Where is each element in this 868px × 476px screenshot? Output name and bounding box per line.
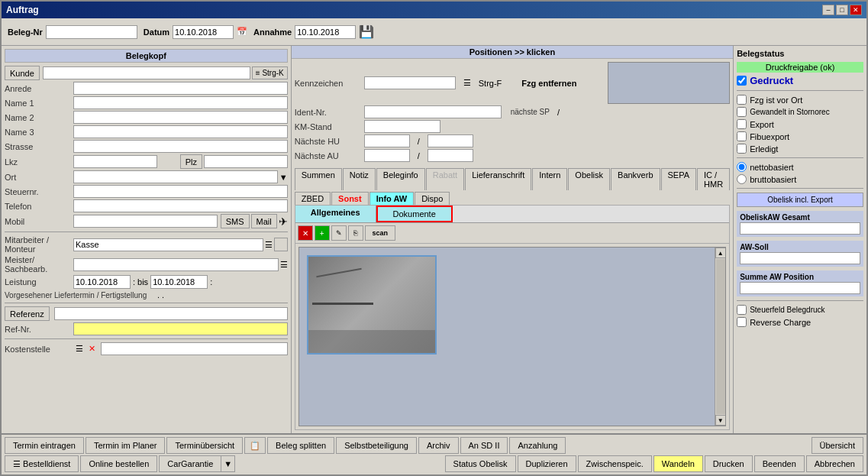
tab-obelisk[interactable]: Obelisk	[568, 168, 610, 190]
archiv-button[interactable]: Archiv	[418, 437, 459, 454]
beleg-nr-input[interactable]	[46, 25, 137, 39]
sub-tab-info-aw[interactable]: Info AW	[369, 192, 415, 205]
tab-intern[interactable]: Intern	[532, 168, 567, 190]
kostenstelle-delete-icon[interactable]: ✕	[89, 344, 95, 354]
ident-input[interactable]	[364, 105, 502, 118]
referenz-input[interactable]	[54, 307, 288, 320]
mobil-input[interactable]	[73, 215, 218, 228]
clipboard-button[interactable]: 📋	[244, 437, 266, 454]
ort-icon[interactable]: ▼	[279, 173, 288, 182]
duplizieren-button[interactable]: Duplizieren	[518, 455, 576, 472]
fzg-entfernen-btn[interactable]: Fzg entfernen	[521, 79, 576, 88]
scrollbar[interactable]: ▲ ▼	[715, 248, 725, 426]
save-icon[interactable]: 💾	[359, 24, 374, 39]
name1-input[interactable]	[73, 96, 288, 109]
name2-input[interactable]	[73, 111, 288, 124]
steuernr-input[interactable]	[73, 185, 288, 198]
kostenstelle-input[interactable]	[101, 342, 288, 355]
mitarbeiter-list-icon[interactable]: ☰	[265, 240, 273, 250]
au-input[interactable]	[364, 149, 410, 162]
ref-nr-input[interactable]	[73, 322, 288, 335]
tab-rabatt[interactable]: Rabatt	[426, 168, 464, 190]
mail-button[interactable]: Mail	[251, 214, 277, 228]
copy-icon[interactable]: ⎘	[348, 225, 363, 241]
leistung-from-input[interactable]	[73, 275, 131, 289]
tab-lieferanschrift[interactable]: Lieferanschrift	[465, 168, 531, 190]
tab-beleginfo[interactable]: Beleginfo	[376, 168, 425, 190]
uebersicht-button[interactable]: Übersicht	[812, 437, 863, 454]
strg-k-button[interactable]: ≡ Strg-K	[252, 66, 288, 79]
terminuebersicht-button[interactable]: Terminübersicht	[166, 437, 243, 454]
positionen-header[interactable]: Positionen >> klicken	[292, 46, 733, 59]
mitarbeiter-input[interactable]	[73, 238, 263, 251]
wandeln-button[interactable]: Wandeln	[653, 455, 703, 472]
scroll-down[interactable]: ▼	[715, 415, 726, 426]
tab-summen[interactable]: Summen	[295, 168, 342, 190]
an-sd-ii-button[interactable]: An SD II	[460, 437, 508, 454]
plz-input[interactable]	[204, 155, 288, 168]
meister-input[interactable]	[73, 258, 279, 271]
close-button[interactable]: ✕	[850, 5, 862, 15]
drucken-button[interactable]: Drucken	[705, 455, 753, 472]
kunde-input[interactable]	[43, 66, 250, 79]
kennzeichen-input[interactable]	[364, 76, 456, 89]
reverse-charge-checkbox[interactable]	[737, 317, 747, 327]
beenden-button[interactable]: Beenden	[754, 455, 805, 472]
cargarantie-button[interactable]: CarGarantie	[159, 455, 221, 472]
anrede-input[interactable]	[73, 82, 288, 95]
abbrechen-button[interactable]: Abbrechen	[806, 455, 863, 472]
steuerfeld-checkbox[interactable]	[737, 305, 747, 315]
au-input2[interactable]	[428, 149, 473, 162]
maximize-button[interactable]: □	[836, 5, 848, 15]
mitarbeiter-btn2[interactable]	[274, 238, 288, 251]
zwischenspeic-button[interactable]: Zwischenspeic.	[578, 455, 652, 472]
calendar-icon[interactable]: 📅	[237, 27, 247, 37]
edit-icon[interactable]: ✎	[331, 225, 347, 241]
nettobasiert-radio[interactable]	[737, 162, 747, 172]
sub-tab-zbed[interactable]: ZBED	[295, 192, 331, 205]
annahme-input[interactable]	[295, 25, 356, 39]
tab-ic-hmr[interactable]: IC / HMR	[697, 168, 730, 190]
export-checkbox[interactable]	[737, 119, 747, 129]
add-icon[interactable]: +	[315, 225, 330, 241]
termin-im-planer-button[interactable]: Termin im Planer	[86, 437, 166, 454]
referenz-button[interactable]: Referenz	[5, 306, 50, 321]
bestelldienst-button[interactable]: ☰ Bestelldienst	[5, 455, 79, 472]
selbstbeteiligung-button[interactable]: Selbstbeteiligung	[336, 437, 417, 454]
minimize-button[interactable]: –	[822, 5, 834, 15]
sms-button[interactable]: SMS	[221, 214, 250, 228]
telefon-input[interactable]	[73, 199, 288, 212]
content-tab-dokumente[interactable]: Dokumente	[376, 206, 453, 222]
status-obelisk-button[interactable]: Status Obelisk	[445, 455, 516, 472]
tab-sepa[interactable]: SEPA	[661, 168, 697, 190]
strasse-input[interactable]	[73, 140, 288, 153]
scroll-thumb[interactable]	[716, 259, 725, 414]
content-tab-allgemeines[interactable]: Allgemeines	[295, 206, 376, 222]
meister-list-icon[interactable]: ☰	[280, 260, 288, 270]
scan-button[interactable]: scan	[365, 225, 395, 241]
gewandelt-checkbox[interactable]	[737, 107, 747, 117]
bruttobasiert-radio[interactable]	[737, 174, 747, 184]
tab-notiz[interactable]: Notiz	[343, 168, 376, 190]
lkz-input[interactable]	[73, 155, 157, 168]
beleg-splitten-button[interactable]: Beleg splitten	[267, 437, 334, 454]
leistung-to-input[interactable]	[150, 275, 208, 289]
scroll-up[interactable]: ▲	[715, 248, 726, 258]
delete-icon[interactable]: ✕	[298, 225, 313, 241]
fibuexport-checkbox[interactable]	[737, 131, 747, 141]
online-bestellen-button[interactable]: Online bestellen	[80, 455, 157, 472]
hu-input2[interactable]	[428, 134, 473, 147]
termin-eintragen-button[interactable]: Termin eintragen	[5, 437, 84, 454]
gedruckt-checkbox[interactable]	[737, 76, 747, 86]
hu-input[interactable]	[364, 134, 410, 147]
name3-input[interactable]	[73, 125, 288, 138]
anzahlung-button[interactable]: Anzahlung	[509, 437, 566, 454]
sub-tab-sonst[interactable]: Sonst	[331, 192, 369, 205]
cargarantie-arrow[interactable]: ▼	[221, 455, 235, 472]
fzg-vor-ort-checkbox[interactable]	[737, 95, 747, 105]
ort-input[interactable]	[73, 170, 278, 183]
kunde-button[interactable]: Kunde	[5, 66, 40, 80]
km-input[interactable]	[364, 120, 440, 133]
list-icon[interactable]: ☰	[463, 78, 471, 88]
plz-button[interactable]: Plz	[180, 154, 202, 169]
